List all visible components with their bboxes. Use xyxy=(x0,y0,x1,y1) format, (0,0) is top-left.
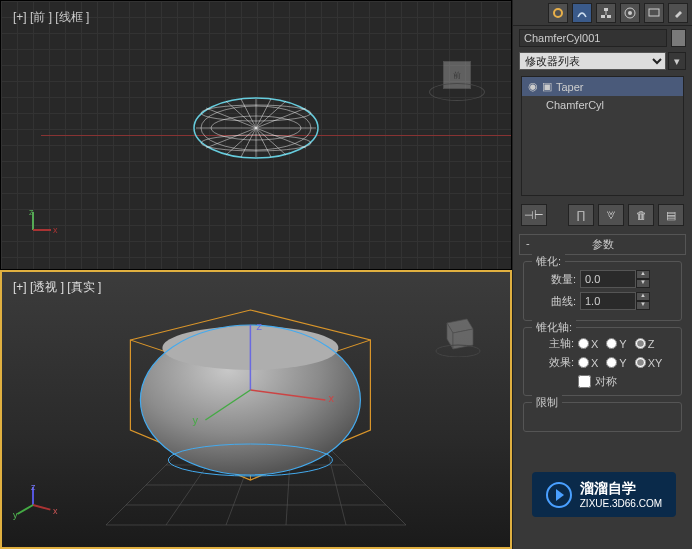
group-axis: 锥化轴: 主轴: X Y Z 效果: X Y XY xyxy=(523,327,682,396)
primary-x-radio[interactable] xyxy=(578,338,589,349)
spinner-up[interactable]: ▲ xyxy=(636,292,650,301)
viewcube-ring[interactable] xyxy=(429,83,485,101)
svg-text:x: x xyxy=(328,392,334,404)
shaded-object[interactable]: z x y xyxy=(110,300,390,500)
effect-y-radio[interactable] xyxy=(606,357,617,368)
panel-tabs xyxy=(513,0,692,26)
spinner-down[interactable]: ▼ xyxy=(636,301,650,310)
amount-input[interactable] xyxy=(580,270,636,288)
modifier-label: Taper xyxy=(556,81,584,93)
primary-y-radio[interactable] xyxy=(606,338,617,349)
viewport-area: [+] [前 ] [线框 ] 前 xyxy=(0,0,512,549)
watermark: 溜溜自学 ZIXUE.3D66.COM xyxy=(532,472,676,517)
object-color-swatch[interactable] xyxy=(671,29,686,47)
expand-icon[interactable]: ▣ xyxy=(542,80,552,93)
rollout-header-params[interactable]: 参数 xyxy=(519,234,686,255)
axis-gizmo-front: z x xyxy=(33,229,63,259)
viewcube-front[interactable]: 前 xyxy=(433,51,481,99)
bulb-icon: ◉ xyxy=(528,80,538,93)
group-label: 锥化轴: xyxy=(532,320,576,335)
group-label: 锥化: xyxy=(532,254,565,269)
svg-rect-43 xyxy=(601,15,605,18)
tab-display[interactable] xyxy=(644,3,664,23)
symmetry-checkbox[interactable] xyxy=(578,375,591,388)
watermark-title: 溜溜自学 xyxy=(580,480,662,498)
curve-input[interactable] xyxy=(580,292,636,310)
pin-stack-button[interactable]: ⊣⊢ xyxy=(521,204,547,226)
primary-axis-label: 主轴: xyxy=(536,336,574,351)
wireframe-object[interactable] xyxy=(186,93,326,163)
watermark-logo-icon xyxy=(546,482,572,508)
command-panel: 修改器列表 ▾ ◉ ▣ Taper ChamferCyl ⊣⊢ ∏ ⩔ 🗑 ▤ … xyxy=(512,0,692,549)
effect-x-radio[interactable] xyxy=(578,357,589,368)
viewport-label-perspective[interactable]: [+] [透视 ] [真实 ] xyxy=(13,279,101,296)
svg-point-47 xyxy=(628,11,632,15)
tab-hierarchy[interactable] xyxy=(596,3,616,23)
modifier-item-base[interactable]: ChamferCyl xyxy=(522,96,683,114)
svg-text:z: z xyxy=(256,320,262,332)
tab-modify[interactable] xyxy=(572,3,592,23)
svg-rect-48 xyxy=(649,9,659,16)
spinner-down[interactable]: ▼ xyxy=(636,279,650,288)
configure-sets-button[interactable]: ▤ xyxy=(658,204,684,226)
modifier-stack-toolbar: ⊣⊢ ∏ ⩔ 🗑 ▤ xyxy=(513,200,692,230)
group-limit: 限制 xyxy=(523,402,682,432)
modifier-item-taper[interactable]: ◉ ▣ Taper xyxy=(522,77,683,96)
tab-create[interactable] xyxy=(548,3,568,23)
show-end-result-button[interactable]: ∏ xyxy=(568,204,594,226)
group-taper: 锥化: 数量: ▲▼ 曲线: ▲▼ xyxy=(523,261,682,321)
svg-text:y: y xyxy=(192,414,198,426)
effect-xy-radio[interactable] xyxy=(635,357,646,368)
tab-motion[interactable] xyxy=(620,3,640,23)
viewcube-persp[interactable] xyxy=(433,309,481,357)
make-unique-button[interactable]: ⩔ xyxy=(598,204,624,226)
axis-gizmo-persp: z x y xyxy=(33,504,63,534)
tab-utilities[interactable] xyxy=(668,3,688,23)
effect-axis-label: 效果: xyxy=(536,355,574,370)
amount-label: 数量: xyxy=(530,272,576,287)
modifier-list-dropdown[interactable]: 修改器列表 xyxy=(519,52,666,70)
svg-rect-42 xyxy=(604,8,608,11)
curve-label: 曲线: xyxy=(530,294,576,309)
watermark-subtitle: ZIXUE.3D66.COM xyxy=(580,498,662,509)
remove-modifier-button[interactable]: 🗑 xyxy=(628,204,654,226)
object-name-input[interactable] xyxy=(519,29,667,47)
modifier-stack[interactable]: ◉ ▣ Taper ChamferCyl xyxy=(521,76,684,196)
viewport-perspective[interactable]: [+] [透视 ] [真实 ] xyxy=(0,270,512,549)
modifier-label: ChamferCyl xyxy=(546,99,604,111)
svg-point-41 xyxy=(554,9,562,17)
group-label: 限制 xyxy=(532,395,562,410)
viewport-label-front[interactable]: [+] [前 ] [线框 ] xyxy=(13,9,89,26)
symmetry-label: 对称 xyxy=(595,374,617,389)
viewport-front[interactable]: [+] [前 ] [线框 ] 前 xyxy=(0,0,512,270)
spinner-up[interactable]: ▲ xyxy=(636,270,650,279)
primary-z-radio[interactable] xyxy=(635,338,646,349)
modifier-sets-button[interactable]: ▾ xyxy=(668,52,686,70)
svg-rect-44 xyxy=(607,15,611,18)
